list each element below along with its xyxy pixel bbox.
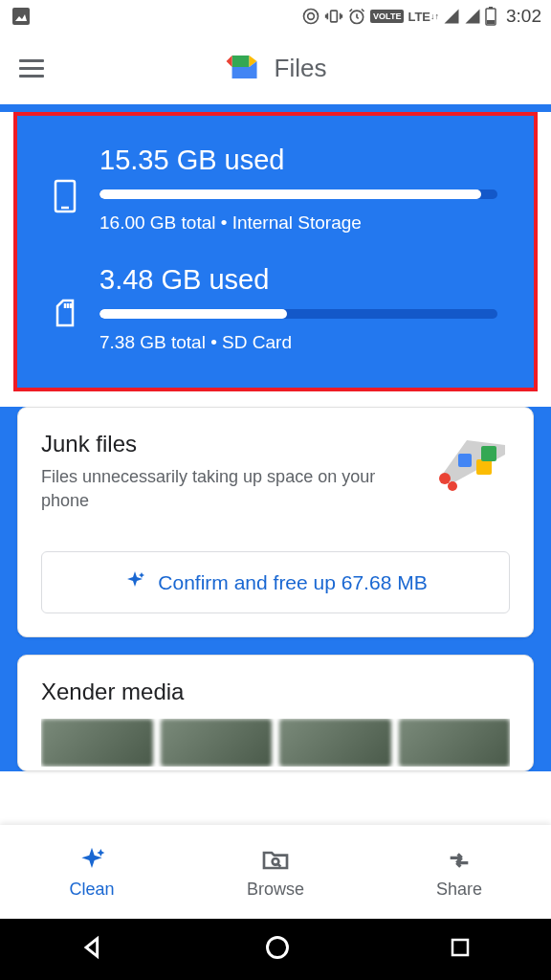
svg-rect-21	[452, 940, 468, 955]
thumbnail-2[interactable]	[161, 719, 273, 767]
nav-share-label: Share	[436, 880, 482, 900]
back-button[interactable]	[79, 934, 106, 965]
app-header: Files	[0, 33, 551, 104]
content-area: Junk files Files unnecessarily taking up…	[0, 407, 551, 771]
recent-button[interactable]	[449, 936, 472, 963]
sd-used-text: 3.48 GB used	[99, 264, 497, 296]
svg-point-18	[273, 858, 279, 865]
clock-time: 3:02	[506, 6, 541, 27]
storage-overview: 15.35 GB used 16.00 GB total • Internal …	[13, 112, 538, 391]
internal-total-text: 16.00 GB total • Internal Storage	[99, 212, 497, 234]
battery-icon	[485, 7, 496, 26]
svg-rect-3	[331, 11, 338, 22]
svg-line-19	[278, 864, 281, 867]
sparkle-icon	[77, 845, 107, 876]
junk-subtitle: Files unnecessarily taking up space on y…	[41, 465, 405, 513]
xender-media-card: Xender media	[17, 655, 534, 771]
svg-rect-7	[487, 20, 495, 24]
home-button[interactable]	[264, 934, 291, 965]
thumbnail-4[interactable]	[399, 719, 511, 767]
svg-rect-14	[481, 446, 496, 461]
app-title: Files	[275, 54, 327, 83]
svg-point-20	[267, 938, 287, 958]
dustpan-icon	[424, 431, 510, 498]
system-nav	[0, 919, 551, 980]
confirm-free-button[interactable]: Confirm and free up 67.68 MB	[41, 551, 510, 613]
internal-used-text: 15.35 GB used	[99, 145, 497, 176]
vibrate-icon	[324, 7, 343, 26]
thumbnail-1[interactable]	[41, 719, 153, 767]
share-arrows-icon	[444, 845, 474, 876]
internal-storage-card[interactable]: 15.35 GB used 16.00 GB total • Internal …	[54, 145, 497, 234]
lte-icon: LTE↓↑	[408, 10, 439, 24]
sd-card-icon	[54, 299, 82, 331]
phone-icon	[54, 179, 82, 217]
svg-rect-13	[476, 459, 492, 475]
image-icon	[10, 5, 33, 28]
svg-point-16	[439, 473, 451, 484]
junk-title: Junk files	[41, 431, 405, 457]
sparkle-icon	[123, 569, 146, 595]
status-bar: VOLTE LTE↓↑ 3:02	[0, 0, 551, 33]
confirm-free-label: Confirm and free up 67.68 MB	[158, 571, 427, 594]
svg-point-1	[304, 10, 319, 24]
sd-total-text: 7.38 GB total • SD Card	[99, 332, 497, 353]
nav-browse-label: Browse	[247, 880, 304, 900]
sd-storage-card[interactable]: 3.48 GB used 7.38 GB total • SD Card	[54, 264, 497, 353]
signal-icon-2	[464, 8, 481, 25]
svg-rect-0	[12, 8, 30, 25]
nav-clean[interactable]: Clean	[0, 825, 184, 919]
cast-icon	[301, 7, 320, 26]
sd-progress	[99, 309, 497, 319]
svg-point-2	[308, 13, 315, 20]
thumbnail-3[interactable]	[279, 719, 391, 767]
nav-clean-label: Clean	[69, 880, 114, 900]
svg-rect-6	[489, 7, 493, 9]
svg-rect-15	[458, 454, 472, 467]
xender-title: Xender media	[41, 679, 510, 705]
internal-progress	[99, 189, 497, 199]
files-logo-icon	[225, 48, 263, 90]
alarm-icon	[347, 7, 366, 26]
menu-button[interactable]	[19, 59, 44, 78]
svg-point-17	[448, 481, 457, 491]
nav-browse[interactable]: Browse	[184, 825, 367, 919]
xender-thumbnails[interactable]	[41, 719, 510, 767]
junk-files-card: Junk files Files unnecessarily taking up…	[17, 407, 534, 637]
bottom-nav: Clean Browse Share	[0, 825, 551, 919]
signal-icon	[443, 8, 460, 25]
folder-search-icon	[260, 845, 291, 876]
nav-share[interactable]: Share	[367, 825, 551, 919]
volte-icon: VOLTE	[370, 10, 404, 23]
